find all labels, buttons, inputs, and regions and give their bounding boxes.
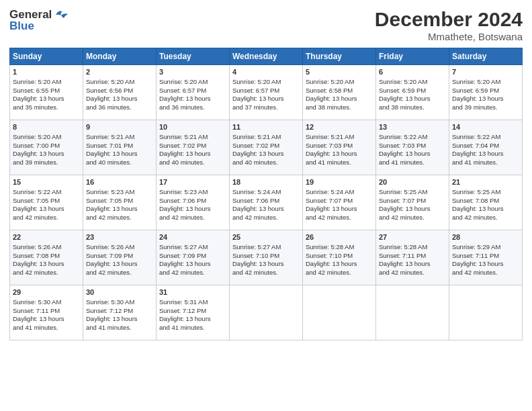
day-info: Daylight: 13 hours bbox=[13, 205, 80, 214]
day-number: 11 bbox=[232, 122, 300, 132]
table-row bbox=[303, 285, 376, 340]
day-info: Sunrise: 5:28 AM bbox=[306, 243, 373, 252]
day-info: Sunset: 7:11 PM bbox=[379, 252, 446, 261]
day-info: Daylight: 13 hours bbox=[159, 95, 226, 103]
day-number: 2 bbox=[86, 67, 153, 77]
logo: General Blue bbox=[9, 8, 68, 33]
logo-bird-icon bbox=[53, 9, 68, 21]
day-info: Sunset: 6:58 PM bbox=[306, 87, 373, 95]
col-monday: Monday bbox=[83, 48, 157, 65]
day-info: Daylight: 13 hours bbox=[86, 260, 153, 269]
day-info: Sunset: 7:05 PM bbox=[13, 197, 80, 205]
table-row bbox=[230, 285, 303, 340]
day-info: and 42 minutes. bbox=[379, 214, 446, 222]
day-info: and 38 minutes. bbox=[306, 103, 373, 112]
day-info: Sunrise: 5:26 AM bbox=[13, 243, 80, 252]
day-info: Sunrise: 5:23 AM bbox=[159, 188, 226, 197]
table-row: 17Sunrise: 5:23 AMSunset: 7:06 PMDayligh… bbox=[157, 175, 230, 230]
month-title: December 2024 bbox=[375, 8, 523, 31]
col-thursday: Thursday bbox=[303, 48, 376, 65]
table-row: 21Sunrise: 5:25 AMSunset: 7:08 PMDayligh… bbox=[449, 175, 523, 230]
day-info: Sunrise: 5:26 AM bbox=[86, 243, 153, 252]
day-number: 31 bbox=[159, 287, 226, 298]
table-row: 1Sunrise: 5:20 AMSunset: 6:55 PMDaylight… bbox=[10, 65, 83, 120]
col-saturday: Saturday bbox=[449, 48, 523, 65]
table-row: 23Sunrise: 5:26 AMSunset: 7:09 PMDayligh… bbox=[83, 230, 157, 285]
header: General Blue December 2024 Mmathete, Bot… bbox=[9, 8, 523, 42]
day-info: Sunrise: 5:20 AM bbox=[86, 78, 153, 87]
logo-blue: Blue bbox=[9, 19, 34, 33]
table-row: 28Sunrise: 5:29 AMSunset: 7:11 PMDayligh… bbox=[449, 230, 523, 285]
day-info: Sunrise: 5:20 AM bbox=[13, 133, 80, 142]
day-info: Sunrise: 5:27 AM bbox=[232, 243, 300, 252]
day-number: 3 bbox=[159, 67, 226, 77]
header-row: Sunday Monday Tuesday Wednesday Thursday… bbox=[10, 48, 523, 65]
day-info: Sunset: 7:11 PM bbox=[13, 307, 80, 316]
day-number: 16 bbox=[86, 177, 153, 187]
day-info: and 41 minutes. bbox=[13, 324, 80, 332]
day-info: Sunset: 7:03 PM bbox=[379, 142, 446, 150]
day-info: Sunrise: 5:21 AM bbox=[232, 133, 300, 142]
day-info: Daylight: 13 hours bbox=[452, 260, 519, 269]
table-row: 2Sunrise: 5:20 AMSunset: 6:56 PMDaylight… bbox=[83, 65, 157, 120]
day-number: 15 bbox=[13, 177, 80, 187]
day-number: 13 bbox=[379, 122, 446, 132]
page-container: General Blue December 2024 Mmathete, Bot… bbox=[0, 0, 532, 411]
day-info: Sunrise: 5:22 AM bbox=[13, 188, 80, 197]
day-info: Daylight: 13 hours bbox=[379, 260, 446, 269]
day-number: 12 bbox=[306, 122, 373, 132]
day-info: Sunset: 7:10 PM bbox=[306, 252, 373, 261]
table-row: 16Sunrise: 5:23 AMSunset: 7:05 PMDayligh… bbox=[83, 175, 157, 230]
day-info: Sunset: 7:01 PM bbox=[86, 142, 153, 150]
day-info: and 40 minutes. bbox=[232, 158, 300, 167]
day-info: Daylight: 13 hours bbox=[379, 95, 446, 103]
day-info: and 42 minutes. bbox=[452, 214, 519, 222]
day-info: Daylight: 13 hours bbox=[159, 150, 226, 158]
day-info: Sunset: 7:10 PM bbox=[232, 252, 300, 261]
day-info: Sunset: 6:57 PM bbox=[159, 87, 226, 95]
day-info: Daylight: 13 hours bbox=[452, 205, 519, 214]
day-info: and 42 minutes. bbox=[13, 269, 80, 277]
day-info: and 38 minutes. bbox=[379, 103, 446, 112]
table-row: 31Sunrise: 5:31 AMSunset: 7:12 PMDayligh… bbox=[157, 285, 230, 340]
table-row: 6Sunrise: 5:20 AMSunset: 6:59 PMDaylight… bbox=[376, 65, 449, 120]
day-info: Sunrise: 5:24 AM bbox=[232, 188, 300, 197]
day-number: 25 bbox=[232, 232, 300, 242]
table-row: 25Sunrise: 5:27 AMSunset: 7:10 PMDayligh… bbox=[230, 230, 303, 285]
table-row: 5Sunrise: 5:20 AMSunset: 6:58 PMDaylight… bbox=[303, 65, 376, 120]
table-row: 20Sunrise: 5:25 AMSunset: 7:07 PMDayligh… bbox=[376, 175, 449, 230]
day-info: and 41 minutes. bbox=[452, 158, 519, 167]
day-info: Daylight: 13 hours bbox=[13, 315, 80, 324]
col-friday: Friday bbox=[376, 48, 449, 65]
day-info: Sunrise: 5:20 AM bbox=[306, 78, 373, 87]
day-info: Daylight: 13 hours bbox=[86, 95, 153, 103]
day-number: 21 bbox=[452, 177, 519, 187]
day-info: Sunset: 7:05 PM bbox=[86, 197, 153, 205]
day-number: 14 bbox=[452, 122, 519, 132]
day-info: Daylight: 13 hours bbox=[159, 315, 226, 324]
day-info: Daylight: 13 hours bbox=[86, 150, 153, 158]
table-row: 8Sunrise: 5:20 AMSunset: 7:00 PMDaylight… bbox=[10, 120, 83, 175]
day-info: Daylight: 13 hours bbox=[232, 205, 300, 214]
day-info: Daylight: 13 hours bbox=[86, 205, 153, 214]
day-number: 24 bbox=[159, 232, 226, 242]
table-row bbox=[449, 285, 523, 340]
day-info: and 42 minutes. bbox=[86, 214, 153, 222]
day-info: and 37 minutes. bbox=[232, 103, 300, 112]
day-number: 23 bbox=[86, 232, 153, 242]
table-row: 7Sunrise: 5:20 AMSunset: 6:59 PMDaylight… bbox=[449, 65, 523, 120]
day-info: and 42 minutes. bbox=[232, 214, 300, 222]
day-info: Sunrise: 5:20 AM bbox=[13, 78, 80, 87]
day-info: Sunset: 7:08 PM bbox=[13, 252, 80, 261]
day-info: Sunset: 7:04 PM bbox=[452, 142, 519, 150]
day-info: Sunrise: 5:21 AM bbox=[159, 133, 226, 142]
day-info: Sunrise: 5:30 AM bbox=[86, 298, 153, 307]
day-number: 1 bbox=[13, 67, 80, 77]
day-info: Sunrise: 5:27 AM bbox=[159, 243, 226, 252]
day-info: Sunrise: 5:30 AM bbox=[13, 298, 80, 307]
calendar-body: 1Sunrise: 5:20 AMSunset: 6:55 PMDaylight… bbox=[10, 65, 523, 340]
location: Mmathete, Botswana bbox=[375, 31, 523, 42]
day-info: Sunset: 7:08 PM bbox=[452, 197, 519, 205]
day-info: and 42 minutes. bbox=[159, 269, 226, 277]
day-info: and 42 minutes. bbox=[306, 269, 373, 277]
